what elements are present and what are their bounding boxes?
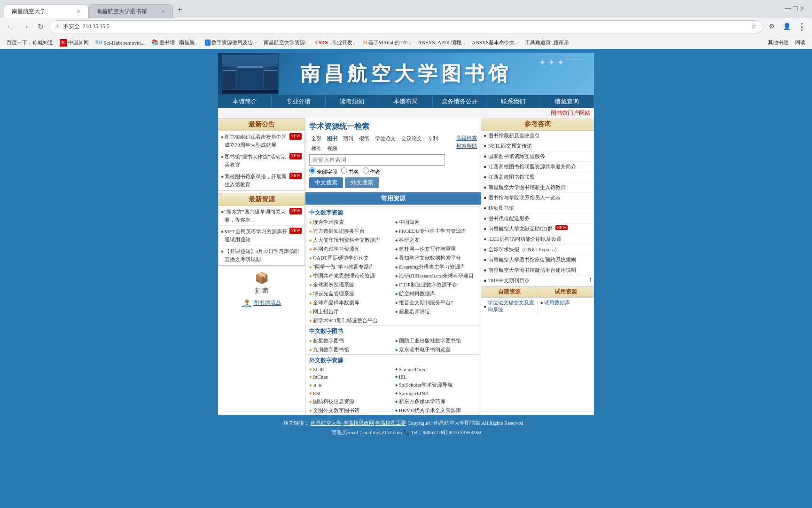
link-nchu[interactable]: 南昌航空大学 xyxy=(311,420,342,426)
self-built-link-1[interactable]: 学位论文提交文及查询系统 xyxy=(481,298,538,315)
bookmark-read[interactable]: 阅读 xyxy=(792,38,808,47)
bookmark-ansys1[interactable]: ANSYS_APDL编程... xyxy=(415,38,468,47)
tab-1-close[interactable]: × xyxy=(77,8,80,16)
search-help-link[interactable]: 检索帮助 xyxy=(449,143,477,150)
bookmark-matlab[interactable]: M基于MAtlab的120... xyxy=(360,38,414,47)
ref-8[interactable]: 移动图书馆 xyxy=(481,203,594,214)
star-icon[interactable]: ☆ xyxy=(751,23,757,31)
ref-5[interactable]: 江西高校图书馆联盟 xyxy=(481,172,594,183)
portal-link[interactable]: 图书馆门户网站 xyxy=(551,110,590,116)
tab-thesis[interactable]: 学位论文 xyxy=(373,135,398,143)
res-duxiu[interactable]: 读秀学术搜索 xyxy=(307,218,393,227)
option-book-name[interactable]: 书名 xyxy=(341,167,359,175)
res-cidp[interactable]: CIDP制造业数字资源平台 xyxy=(393,280,479,289)
ref-2[interactable]: NSTL西文原文传递 xyxy=(481,141,594,151)
bookmark-library[interactable]: 📚图书馆 - 南昌航... xyxy=(148,38,201,47)
tab-standard[interactable]: 标准 xyxy=(309,144,323,152)
tab-newspapers[interactable]: 报纸 xyxy=(357,135,371,143)
back-button[interactable]: ← xyxy=(4,20,17,33)
ref-7[interactable]: 图书馆与学院联系馆员人一览表 xyxy=(481,193,594,203)
bookmark-cnki[interactable]: 知中国知网 xyxy=(57,38,92,48)
forward-button[interactable]: → xyxy=(19,20,32,33)
nav-contact[interactable]: 联系我们 xyxy=(486,95,540,108)
res-hkmo[interactable]: HKMO优秀学术全文资源库 xyxy=(393,406,479,415)
res-jingdong[interactable]: 京东读书电子书阅览室 xyxy=(393,345,479,354)
resource-1[interactable]: "新东方"四六级单词闯关大赛，等你来！ NEW xyxy=(219,206,304,226)
res-xindongfang[interactable]: 新东方多媒体学习库 xyxy=(393,397,479,406)
chinese-search-button[interactable]: 中文搜索 xyxy=(309,177,343,188)
extensions-button[interactable]: ⚙ xyxy=(765,20,778,33)
res-quanqiu[interactable]: 全球产品样本数据库 xyxy=(307,298,393,307)
res-quanwai[interactable]: 全图外文数字图书馆 xyxy=(307,406,393,415)
tab-video[interactable]: 视频 xyxy=(325,144,339,152)
ref-6[interactable]: 南昌航空大学图书馆新生入馆教育 xyxy=(481,183,594,193)
search-input[interactable] xyxy=(309,154,445,166)
ref-4[interactable]: 江西高校图书馆联盟资源共享服务简介 xyxy=(481,162,594,172)
menu-button[interactable]: ⋮ xyxy=(795,20,808,33)
ref-11[interactable]: IEEE远程访问功能介绍以及设置 xyxy=(481,234,594,245)
close-button[interactable]: × xyxy=(800,4,804,14)
tab-1[interactable]: 南昌航空大学 × xyxy=(4,4,88,18)
advanced-search-link[interactable]: 高级检索 xyxy=(449,135,477,142)
island-link[interactable]: 🏝️ 图书漂流岛 xyxy=(222,299,301,308)
res-spischolar[interactable]: SpiScholar学术资源导航 xyxy=(393,381,479,389)
ref-12[interactable]: 全球学术快报（CNKI Express） xyxy=(481,245,594,255)
res-guofangkji[interactable]: 国防科技信息资源 xyxy=(307,397,393,406)
ref-15[interactable]: 2019中文期刊目录 ↑ xyxy=(481,276,594,286)
res-sciencedirect[interactable]: ScienceDirect xyxy=(393,365,479,373)
foreign-search-button[interactable]: 外文搜索 xyxy=(345,177,379,188)
address-bar[interactable]: ⚠ 不安全 210.35.35.5 ☆ xyxy=(49,20,763,33)
nav-catalog[interactable]: 馆藏查询 xyxy=(540,95,594,108)
res-incites[interactable]: InCites xyxy=(307,373,393,381)
bookmark-tool[interactable]: 工具顾道页_路家乐 xyxy=(522,38,572,47)
tab-2[interactable]: 南昌航空大学图书馆 × xyxy=(88,4,173,18)
link-province[interactable]: 省高校思政网 xyxy=(343,420,374,426)
nav-layout[interactable]: 本馆布局 xyxy=(379,95,433,108)
res-ilearning[interactable]: iLearning外语自主学习资源库 xyxy=(393,262,479,271)
new-tab-button[interactable]: + xyxy=(173,3,186,16)
tab-all[interactable]: 全部 xyxy=(309,135,323,143)
restore-button[interactable]: □ xyxy=(793,4,798,14)
tab-2-close[interactable]: × xyxy=(161,8,165,16)
resource-2[interactable]: MET全民英语学习资源库开通试用通知 NEW xyxy=(219,226,304,246)
profile-button[interactable]: 👤 xyxy=(780,20,793,33)
res-proedu[interactable]: PROEDU专业自主学习资源库 xyxy=(393,227,479,236)
tab-journals[interactable]: 期刊 xyxy=(341,135,355,143)
res-anli[interactable]: 全球案例发现系统 xyxy=(307,280,393,289)
res-vip[interactable]: 维普全文期刊服务平台7 xyxy=(393,298,479,307)
res-jcr[interactable]: JCR xyxy=(307,381,393,389)
bookmark-scihub[interactable]: SciSci-Hub: removin... xyxy=(93,38,148,47)
res-renda[interactable]: 人大复印报刊资料全文数据库 xyxy=(307,236,393,245)
tab-books[interactable]: 图书 xyxy=(325,135,339,143)
ref-14[interactable]: 南昌航空大学图书馆微信平台使用说明 xyxy=(481,265,594,276)
res-oadt[interactable]: OADT国际硕博学位论文 xyxy=(307,254,393,262)
res-scie[interactable]: SCIE xyxy=(307,365,393,373)
res-dangsi[interactable]: 中国共产党思想理论论资源 xyxy=(307,271,393,280)
reload-button[interactable]: ↻ xyxy=(34,20,47,33)
res-guofang[interactable]: 国防工业出版社数字图书馆 xyxy=(393,336,479,345)
res-jiurun[interactable]: 九润数字图书馆 xyxy=(307,345,393,354)
res-springerlink[interactable]: SpringerLINK xyxy=(393,389,479,397)
ref-13[interactable]: 南昌航空大学图书馆座位预约系统规则 xyxy=(481,255,594,265)
nav-readers[interactable]: 读者须知 xyxy=(326,95,379,108)
bookmark-digital[interactable]: T数字资源使用及告... xyxy=(202,38,259,47)
res-cnki[interactable]: 中国知网 xyxy=(393,218,479,227)
link-committee[interactable]: 省高校图工委 xyxy=(375,420,406,426)
bookmark-ansys2[interactable]: ANSYS基本命令大... xyxy=(469,38,521,47)
nav-branches[interactable]: 专业分馆 xyxy=(272,95,325,108)
res-xinxueshu[interactable]: 新学术SCI期刊精选整合平台 xyxy=(307,316,393,325)
bookmark-nchu[interactable]: 南昌航空大学资源... xyxy=(261,38,312,47)
ref-1[interactable]: 图书馆藏新及查收查引 xyxy=(481,131,594,141)
option-all-fields[interactable]: 全部字段 xyxy=(309,167,337,175)
trial-link-1[interactable]: 试用数据库 xyxy=(538,298,594,308)
nav-intro[interactable]: 本馆简介 xyxy=(218,95,272,108)
res-esi[interactable]: ESI xyxy=(307,389,393,397)
res-hangkong[interactable]: 航空材料数据库 xyxy=(393,289,479,298)
resource-3[interactable]: 【开课通知】3月22日学习库畅听直播之考研规划 xyxy=(219,246,304,265)
minimize-button[interactable]: ─ xyxy=(785,4,791,14)
bookmark-other[interactable]: 其他书签 xyxy=(765,38,791,47)
ref-10[interactable]: 南昌航空大学文献互助QQ群 NEW xyxy=(481,224,594,234)
res-boyun[interactable]: 博云光盘管理系统 xyxy=(307,289,393,298)
nav-party[interactable]: 党务馆务公开 xyxy=(433,95,486,108)
res-keyanzhy[interactable]: 科研之友 xyxy=(393,236,479,245)
